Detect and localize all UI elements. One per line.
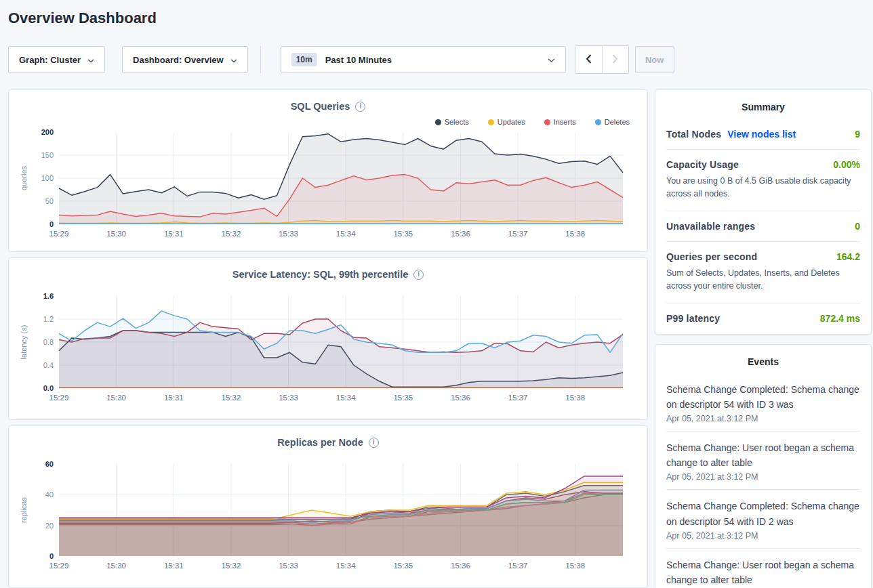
legend-item: Deletes [595,117,630,127]
chart-title: Replicas per Node [277,437,363,448]
charts-column: SQL Queries i Selects Updates Inserts [8,89,648,588]
legend-label: Inserts [554,118,576,126]
dashboard-dropdown[interactable]: Dashboard: Overview [122,46,248,73]
chart-title-row: SQL Queries i [17,101,639,112]
svg-text:15:35: 15:35 [393,562,413,570]
sql-queries-chart[interactable]: 15:2915:3015:3115:3215:3315:3415:3515:36… [17,128,641,242]
svg-text:15:31: 15:31 [164,230,184,238]
events-panel: Events Schema Change Completed: Schema c… [655,344,872,588]
now-button[interactable]: Now [635,46,674,73]
svg-text:15:30: 15:30 [106,562,126,570]
sidebar-column: Summary Total Nodes View nodes list 9 Ca… [655,89,872,588]
svg-text:200: 200 [41,128,54,136]
svg-text:15:37: 15:37 [508,394,528,402]
page-title: Overview Dashboard [8,9,873,27]
replicas-per-node-chart[interactable]: 15:2915:3015:3115:3215:3315:3415:3515:36… [17,460,641,574]
chevron-left-icon [586,54,592,66]
summary-value: 164.2 [836,251,860,262]
svg-text:replicas: replicas [20,497,28,523]
event-item: Schema Change Completed: Schema change o… [666,490,860,548]
event-text: Schema Change Completed: Schema change o… [666,382,860,412]
svg-text:15:31: 15:31 [164,394,184,402]
toolbar-divider [260,46,261,73]
summary-panel: Summary Total Nodes View nodes list 9 Ca… [655,89,872,335]
svg-text:15:34: 15:34 [336,562,356,570]
time-back-button[interactable] [575,46,602,73]
info-icon[interactable]: i [413,270,424,280]
svg-text:15:38: 15:38 [565,230,585,238]
summary-row-queries-per-second: Queries per second 164.2 [666,251,860,262]
svg-text:1.6: 1.6 [43,292,54,300]
legend-item: Updates [488,117,525,127]
events-title: Events [666,356,860,367]
svg-text:latency (s): latency (s) [20,325,28,360]
legend-item: Inserts [544,117,576,127]
svg-text:60: 60 [45,460,54,468]
toolbar: Graph: Cluster Dashboard: Overview 10m P… [8,45,873,74]
view-nodes-list-link[interactable]: View nodes list [727,129,796,140]
summary-row-unavailable-ranges: Unavailable ranges 0 [666,221,860,232]
svg-text:15:37: 15:37 [508,562,528,570]
summary-value: 9 [855,129,860,140]
svg-text:0: 0 [49,220,54,228]
summary-value: 0 [855,221,860,232]
svg-text:15:38: 15:38 [565,394,585,402]
graph-dropdown[interactable]: Graph: Cluster [8,46,105,73]
svg-text:15:36: 15:36 [451,230,470,238]
divider [666,149,860,150]
event-timestamp: Apr 05, 2021 at 3:12 PM [666,414,860,423]
chart-title-row: Service Latency: SQL, 99th percentile i [17,269,639,280]
legend-dot-icon [488,119,494,125]
chevron-down-icon [87,55,94,65]
svg-text:queries: queries [20,165,28,190]
event-text: Schema Change: User root began a schema … [666,558,860,587]
svg-text:15:33: 15:33 [279,562,298,570]
legend-dot-icon [435,119,441,125]
svg-text:15:29: 15:29 [49,230,69,238]
event-item: Schema Change: User root began a schema … [666,432,860,490]
svg-text:15:38: 15:38 [565,562,585,570]
time-forward-button[interactable] [602,46,628,73]
svg-text:15:30: 15:30 [106,394,126,402]
dashboard-dropdown-label: Dashboard: Overview [133,55,224,65]
event-timestamp: Apr 05, 2021 at 3:12 PM [666,531,860,541]
time-range-selector[interactable]: 10m Past 10 Minutes [281,46,566,73]
svg-text:15:33: 15:33 [279,394,298,402]
info-icon[interactable]: i [369,438,379,448]
chart-legend: Selects Updates Inserts Deletes [17,117,630,127]
svg-text:15:35: 15:35 [393,394,413,402]
summary-title: Summary [666,102,860,112]
summary-row-p99-latency: P99 latency 872.4 ms [666,313,860,324]
service-latency-chart-card: Service Latency: SQL, 99th percentile i … [8,257,648,420]
legend-item: Selects [435,117,469,127]
chevron-down-icon [548,55,555,65]
summary-row-total-nodes: Total Nodes View nodes list 9 [666,129,860,140]
svg-text:0: 0 [49,552,54,560]
event-timestamp: Apr 05, 2021 at 3:12 PM [666,472,860,482]
svg-text:15:34: 15:34 [336,394,356,402]
svg-text:15:32: 15:32 [222,562,241,570]
summary-row-capacity-usage: Capacity Usage 0.00% [666,159,860,170]
legend-dot-icon [544,119,550,125]
svg-text:15:36: 15:36 [451,562,470,570]
svg-text:20: 20 [45,522,54,530]
summary-description: You are using 0 B of 4.5 GiB usable disk… [666,175,860,201]
summary-label: Total Nodes [666,129,721,140]
svg-text:50: 50 [45,197,54,205]
divider [666,241,860,242]
svg-text:150: 150 [41,151,54,159]
svg-text:15:36: 15:36 [451,394,470,402]
legend-label: Updates [498,118,525,126]
event-item: Schema Change: User root began a schema … [666,549,860,588]
info-icon[interactable]: i [355,102,365,112]
sql-queries-chart-card: SQL Queries i Selects Updates Inserts [8,89,648,252]
svg-text:15:31: 15:31 [164,562,184,570]
event-text: Schema Change Completed: Schema change o… [666,499,860,528]
chart-title: SQL Queries [291,101,350,112]
chart-title: Service Latency: SQL, 99th percentile [232,269,409,280]
summary-label: Capacity Usage [666,159,739,170]
svg-text:15:37: 15:37 [508,230,528,238]
service-latency-chart[interactable]: 15:2915:3015:3115:3215:3315:3415:3515:36… [17,292,641,406]
time-pager [575,45,629,74]
summary-body: Total Nodes View nodes list 9 Capacity U… [666,129,860,324]
